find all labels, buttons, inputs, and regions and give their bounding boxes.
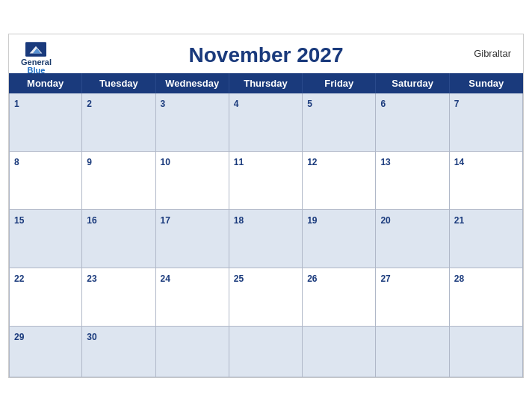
day-cell-21: 21 <box>450 210 523 268</box>
day-header-friday: Friday <box>303 73 376 93</box>
day-cell-15: 15 <box>9 210 82 268</box>
day-header-sunday: Sunday <box>450 73 523 93</box>
day-cell-10: 10 <box>156 152 229 210</box>
day-cell-empty-5 <box>450 327 523 377</box>
day-cell-empty-4 <box>376 327 449 377</box>
calendar-title: November 2027 <box>188 43 343 67</box>
day-cell-5: 5 <box>303 93 376 152</box>
day-cell-23: 23 <box>82 268 155 327</box>
day-cell-8: 8 <box>9 152 82 210</box>
day-cell-13: 13 <box>376 152 449 210</box>
day-header-tuesday: Tuesday <box>82 73 155 93</box>
day-cell-30: 30 <box>82 327 155 377</box>
day-cell-29: 29 <box>9 327 82 377</box>
logo-general-text: General <box>21 58 52 67</box>
logo-icon <box>25 42 46 57</box>
day-header-monday: Monday <box>9 73 82 93</box>
day-cell-14: 14 <box>450 152 523 210</box>
day-cell-28: 28 <box>450 268 523 327</box>
day-cell-1: 1 <box>9 93 82 152</box>
calendar: General Blue November 2027 Gibraltar Mon… <box>8 34 524 378</box>
day-header-wednesday: Wednesday <box>156 73 229 93</box>
day-cell-20: 20 <box>376 210 449 268</box>
day-cell-empty-1 <box>156 327 229 377</box>
location-label: Gibraltar <box>474 48 511 59</box>
day-cell-7: 7 <box>450 93 523 152</box>
calendar-grid: 1 2 3 4 5 6 7 8 9 10 11 12 13 14 15 16 1… <box>9 93 523 377</box>
day-cell-12: 12 <box>303 152 376 210</box>
day-cell-3: 3 <box>156 93 229 152</box>
day-cell-22: 22 <box>9 268 82 327</box>
day-cell-25: 25 <box>229 268 303 327</box>
day-cell-27: 27 <box>376 268 449 327</box>
day-cell-19: 19 <box>303 210 376 268</box>
day-cell-9: 9 <box>82 152 155 210</box>
day-cell-2: 2 <box>82 93 155 152</box>
day-cell-11: 11 <box>229 152 303 210</box>
day-cell-24: 24 <box>156 268 229 327</box>
day-header-thursday: Thursday <box>229 73 303 93</box>
day-cell-18: 18 <box>229 210 303 268</box>
day-cell-6: 6 <box>376 93 449 152</box>
day-headers: Monday Tuesday Wednesday Thursday Friday… <box>9 73 523 93</box>
day-cell-empty-2 <box>229 327 303 377</box>
logo: General Blue <box>21 42 52 75</box>
day-cell-16: 16 <box>82 210 155 268</box>
day-cell-26: 26 <box>303 268 376 327</box>
day-cell-4: 4 <box>229 93 303 152</box>
day-header-saturday: Saturday <box>376 73 449 93</box>
day-cell-17: 17 <box>156 210 229 268</box>
logo-blue-text: Blue <box>28 67 46 75</box>
day-cell-empty-3 <box>303 327 376 377</box>
calendar-header: General Blue November 2027 Gibraltar <box>9 34 523 73</box>
